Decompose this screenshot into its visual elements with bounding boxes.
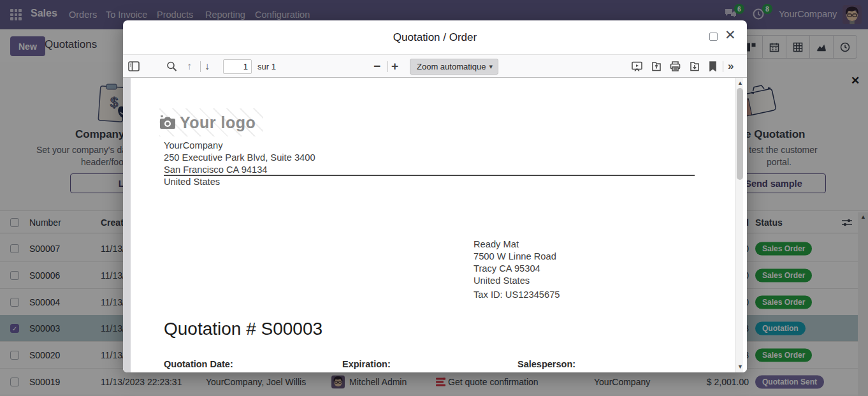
pdf-viewer: Your logo YourCompany 250 Executive Park…	[123, 78, 747, 372]
download-icon[interactable]	[689, 61, 700, 71]
print-icon[interactable]	[670, 61, 681, 71]
logo-placeholder-text: Your logo	[180, 114, 256, 132]
logo-placeholder: Your logo	[159, 108, 263, 136]
quotation-order-modal: Quotation / Order ✕ ↑ ↓ sur 1 − + Zoom a…	[123, 20, 747, 372]
zoom-in-icon[interactable]: +	[391, 59, 398, 73]
page-count-label: sur 1	[257, 62, 276, 71]
modal-close-icon[interactable]: ✕	[725, 27, 736, 43]
screen: Sales Orders To Invoice Products Reporti…	[0, 0, 868, 396]
pdf-toolbar: ↑ ↓ sur 1 − + Zoom automatique ▾	[123, 54, 747, 78]
zoom-select-value: Zoom automatique	[417, 62, 486, 71]
sidebar-toggle-icon[interactable]	[128, 61, 140, 71]
pdf-scroll-down-icon[interactable]: ▼	[737, 364, 743, 370]
pdf-scrollbar[interactable]: ▲ ▼	[735, 78, 743, 372]
salesperson-label: Salesperson:	[517, 359, 575, 369]
company-address-block: YourCompany 250 Executive Park Blvd, Sui…	[164, 140, 315, 188]
tax-id: Tax ID: US12345675	[474, 289, 560, 301]
quotation-date-label: Quotation Date:	[164, 359, 233, 369]
expiration-label: Expiration:	[342, 359, 391, 369]
modal-title: Quotation / Order	[123, 31, 747, 44]
bookmark-icon[interactable]	[709, 61, 717, 71]
expand-icon[interactable]	[709, 33, 718, 41]
open-file-icon[interactable]	[651, 61, 662, 71]
page-number-input[interactable]	[223, 59, 252, 74]
zoom-out-icon[interactable]: −	[373, 59, 380, 73]
previous-page-icon[interactable]: ↑	[187, 61, 192, 72]
pdf-scrollbar-thumb[interactable]	[737, 88, 743, 180]
presentation-mode-icon[interactable]	[632, 61, 642, 71]
quotation-heading: Quotation # S00003	[164, 319, 322, 339]
next-page-icon[interactable]: ↓	[205, 61, 210, 72]
pdf-scroll-up-icon[interactable]: ▲	[737, 80, 743, 86]
camera-plus-icon	[159, 115, 176, 129]
pdf-gutter	[123, 78, 131, 372]
chevron-down-icon: ▾	[489, 59, 493, 74]
toolbar-more-icon[interactable]: »	[728, 60, 734, 73]
customer-address-block: Ready Mat 7500 W Linne Road Tracy CA 953…	[474, 238, 560, 301]
zoom-select[interactable]: Zoom automatique ▾	[410, 59, 498, 75]
search-icon[interactable]	[166, 61, 177, 71]
